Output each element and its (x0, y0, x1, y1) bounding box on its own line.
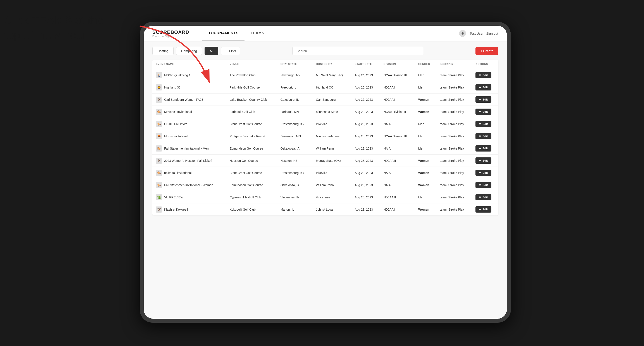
cell-scoring: team, Stroke Play (436, 179, 472, 191)
search-input[interactable] (292, 47, 423, 55)
event-name-text: Highland 36 (164, 86, 180, 89)
cell-venue: Edmundson Golf Course (226, 142, 277, 155)
table-row: 🦅 Klash at Kokopelli Kokopelli Golf Club… (152, 203, 498, 216)
cell-city-state: Galesburg, IL (277, 94, 312, 106)
pencil-icon: ✏ (479, 195, 481, 199)
cell-scoring: team, Stroke Play (436, 118, 472, 130)
filter-bar: Hosting Competing All ☰ Filter + Create (152, 47, 498, 55)
cell-actions: ✏ Edit (472, 94, 498, 106)
col-hosted-by: HOSTED BY (312, 59, 351, 69)
all-filter-btn[interactable]: All (204, 47, 218, 55)
edit-button[interactable]: ✏ Edit (476, 182, 492, 188)
cell-venue: StoneCrest Golf Course (226, 118, 277, 130)
event-name-text: Klash at Kokopelli (164, 208, 188, 211)
edit-button[interactable]: ✏ Edit (476, 158, 492, 164)
cell-gender: Men (415, 142, 436, 155)
table-row: 🌿 VU PREVIEW Cypress Hills Golf Club Vin… (152, 191, 498, 203)
cell-city-state: Prestonsburg, KY (277, 167, 312, 179)
cell-start-date: Aug 28, 2023 (351, 106, 380, 118)
cell-actions: ✏ Edit (472, 118, 498, 130)
edit-button[interactable]: ✏ Edit (476, 109, 492, 115)
cell-start-date: Aug 28, 2023 (351, 142, 380, 155)
pencil-icon: ✏ (479, 122, 481, 126)
team-icon: 🏌 (156, 72, 162, 78)
event-name-text: 2023 Women's Hesston Fall Kickoff (164, 159, 212, 163)
cell-gender: Women (415, 94, 436, 106)
edit-button[interactable]: ✏ Edit (476, 206, 492, 213)
tab-tournaments[interactable]: TOURNAMENTS (202, 26, 244, 41)
edit-button[interactable]: ✏ Edit (476, 133, 492, 139)
cell-division: NAIA (380, 142, 415, 155)
cell-hosted-by: Carl Sandburg (312, 94, 351, 106)
cell-division: NAIA (380, 167, 415, 179)
pencil-icon: ✏ (479, 159, 481, 162)
cell-gender: Men (415, 130, 436, 142)
cell-city-state: Oskaloosa, IA (277, 142, 312, 155)
cell-actions: ✏ Edit (472, 130, 498, 142)
cell-event-name: 🐎 Maverick Invitational (152, 106, 226, 118)
cell-event-name: 🌿 VU PREVIEW (152, 191, 226, 203)
tab-teams[interactable]: TEAMS (244, 26, 270, 41)
cell-event-name: 🐎 upike fall invitational (152, 167, 226, 179)
cell-scoring: team, Stroke Play (436, 167, 472, 179)
team-icon: 🦅 (156, 97, 162, 103)
cell-gender: Women (415, 106, 436, 118)
nav-tabs: TOURNAMENTS TEAMS (202, 26, 459, 41)
edit-button[interactable]: ✏ Edit (476, 145, 492, 152)
team-icon: 🐎 (156, 109, 162, 115)
cell-event-name: 🏌 MSMC Qualifying 1 (152, 69, 226, 81)
edit-button[interactable]: ✏ Edit (476, 72, 492, 78)
cell-city-state: Newburgh, NY (277, 69, 312, 81)
search-wrapper (243, 47, 473, 55)
cell-division: NJCAA I (380, 94, 415, 106)
cell-scoring: team, Stroke Play (436, 130, 472, 142)
logo-subtitle: Powered by Clippd (152, 35, 189, 37)
cell-actions: ✏ Edit (472, 191, 498, 203)
pencil-icon: ✏ (479, 86, 481, 89)
cell-event-name: 🦅 2023 Women's Hesston Fall Kickoff (152, 155, 226, 167)
cell-scoring: team, Stroke Play (436, 191, 472, 203)
cell-actions: ✏ Edit (472, 179, 498, 191)
pencil-icon: ✏ (479, 183, 481, 187)
cell-scoring: team, Stroke Play (436, 155, 472, 167)
cell-start-date: Aug 26, 2023 (351, 94, 380, 106)
team-icon: 🐎 (156, 121, 162, 127)
competing-filter-btn[interactable]: Competing (176, 47, 202, 55)
cell-venue: Faribault Golf Club (226, 106, 277, 118)
settings-icon[interactable]: ⚙ (459, 30, 466, 37)
hosting-filter-btn[interactable]: Hosting (152, 47, 174, 55)
cell-hosted-by: Pikeville (312, 167, 351, 179)
cell-event-name: 🦅 Carl Sandburg Women FA23 (152, 94, 226, 106)
tablet-frame: SCOREBOARD Powered by Clippd TOURNAMENTS… (140, 22, 511, 323)
edit-button[interactable]: ✏ Edit (476, 84, 492, 90)
cell-hosted-by: Minnesota-Morris (312, 130, 351, 142)
cell-scoring: team, Stroke Play (436, 106, 472, 118)
cell-start-date: Aug 28, 2023 (351, 167, 380, 179)
cell-division: NJCAA II (380, 191, 415, 203)
edit-button[interactable]: ✏ Edit (476, 121, 492, 127)
cell-gender: Men (415, 191, 436, 203)
cell-event-name: 🐎 Fall Statesmen Invitational - Women (152, 179, 226, 191)
edit-button[interactable]: ✏ Edit (476, 170, 492, 176)
col-venue: VENUE (226, 59, 277, 69)
table-row: 🐎 upike fall invitational StoneCrest Gol… (152, 167, 498, 179)
filter-icon-btn[interactable]: ☰ Filter (221, 47, 240, 55)
tournaments-table: EVENT NAME VENUE CITY, STATE HOSTED BY S… (152, 59, 498, 216)
pencil-icon: ✏ (479, 110, 481, 113)
edit-button[interactable]: ✏ Edit (476, 96, 492, 103)
cell-venue: Cypress Hills Golf Club (226, 191, 277, 203)
table-row: 🦁 Highland 36 Park Hills Golf Course Fre… (152, 81, 498, 94)
header-right: ⚙ Test User | Sign out (459, 30, 498, 37)
col-gender: GENDER (415, 59, 436, 69)
edit-button[interactable]: ✏ Edit (476, 194, 492, 200)
cell-city-state: Vincennes, IN (277, 191, 312, 203)
cell-start-date: Aug 28, 2023 (351, 118, 380, 130)
cell-event-name: 🦁 Highland 36 (152, 81, 226, 94)
cell-city-state: Oskaloosa, IA (277, 179, 312, 191)
event-name-text: Fall Statesmen Invitational - Women (164, 183, 213, 187)
table-row: 🏌 MSMC Qualifying 1 The Powelton Club Ne… (152, 69, 498, 81)
cell-division: NCAA Division III (380, 69, 415, 81)
create-button[interactable]: + Create (476, 47, 498, 55)
pencil-icon: ✏ (479, 98, 481, 101)
cell-venue: Kokopelli Golf Club (226, 203, 277, 216)
